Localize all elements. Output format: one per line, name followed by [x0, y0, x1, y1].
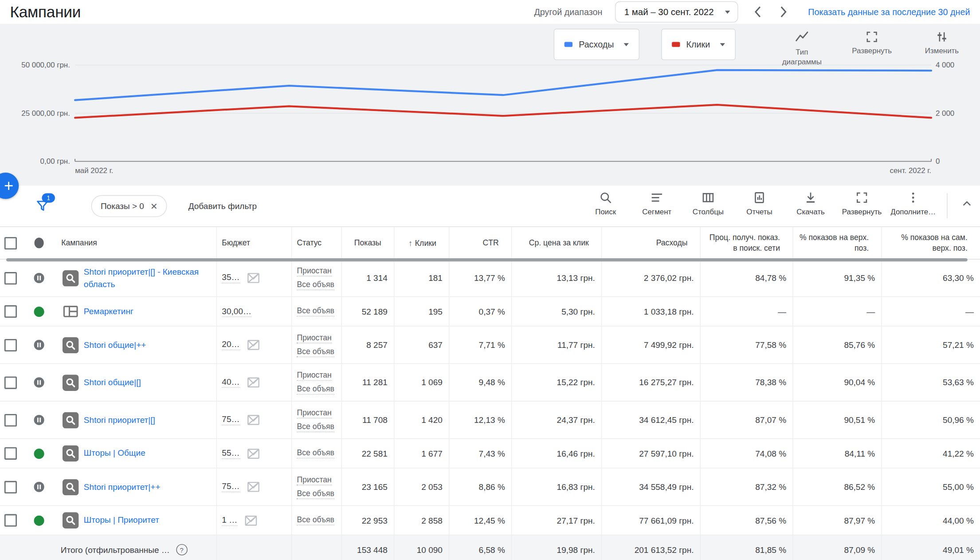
horizontal-scrollbar[interactable]	[6, 258, 968, 261]
campaign-name-link[interactable]: Shtori общие|[]	[84, 376, 141, 389]
row-checkbox[interactable]	[4, 414, 17, 426]
status-enabled-icon[interactable]	[33, 448, 44, 459]
row-checkbox[interactable]	[4, 481, 17, 493]
budget-value[interactable]: 30,00…	[222, 306, 251, 317]
chart-tool-adjust[interactable]: Изменить	[915, 30, 968, 67]
column-header-clicks[interactable]: ↑Клики	[394, 227, 449, 259]
campaign-type-search-icon	[63, 270, 79, 286]
campaign-name-link[interactable]: Шторы | Общие	[84, 447, 145, 460]
row-checkbox[interactable]	[4, 447, 17, 460]
campaign-type-search-icon	[63, 337, 79, 353]
status-paused-icon[interactable]	[33, 414, 44, 425]
column-header-top_impr_share[interactable]: % показов на верх. поз.	[792, 227, 881, 259]
impressions-value: 11 281	[362, 378, 388, 387]
table-action-дополните-[interactable]: Дополните…	[887, 191, 939, 217]
campaign-name-link[interactable]: Shtori общие|++	[84, 339, 146, 351]
budget-value[interactable]: 75…	[222, 414, 239, 425]
bid-strategy-unavailable-icon	[246, 413, 260, 427]
left-axis-tick: 0,00 грн.	[3, 157, 70, 166]
table-action-развернуть[interactable]: Развернуть	[836, 191, 888, 217]
search-icon	[599, 191, 612, 205]
campaign-status-text: Приостан	[297, 266, 331, 276]
metric-selector-clicks[interactable]: Клики	[661, 29, 736, 60]
row-checkbox[interactable]	[4, 376, 17, 389]
table-row: Shtori приоритет|++75…ПриостанВсе объяв2…	[0, 469, 980, 506]
cost-value: 2 376,02 грн.	[644, 273, 694, 283]
table-row: Shtori общие|++20…ПриостанВсе объяв8 257…	[0, 327, 980, 364]
next-range-button[interactable]	[778, 5, 788, 19]
budget-value[interactable]: 1 …	[222, 515, 237, 526]
column-header-ctr[interactable]: CTR	[449, 227, 511, 259]
budget-value[interactable]: 40…	[222, 377, 239, 388]
status-paused-icon[interactable]	[33, 339, 44, 350]
budget-value[interactable]: 35…	[222, 273, 239, 284]
column-header-label: ↑Клики	[394, 237, 443, 248]
column-header-impressions[interactable]: Показы	[341, 227, 394, 259]
table-action-поиск[interactable]: Поиск	[580, 191, 631, 217]
collapse-toolbar-button[interactable]	[960, 197, 974, 213]
row-checkbox[interactable]	[4, 514, 17, 527]
clicks-value: 637	[428, 340, 443, 350]
budget-value[interactable]: 55…	[222, 448, 239, 459]
line-chart-icon	[794, 30, 809, 45]
left-axis-tick: 50 000,00 грн.	[3, 61, 70, 70]
show-last-30-days-link[interactable]: Показать данные за последние 30 дней	[808, 7, 970, 17]
cost-value: 16 275,27 грн.	[639, 378, 694, 387]
search-impr-share-value: —	[778, 307, 786, 316]
column-header-status[interactable]: Статус	[291, 227, 341, 259]
active-filter-chip[interactable]: Показы > 0 ✕	[91, 195, 167, 217]
column-header-cost[interactable]: Расходы	[601, 227, 700, 259]
status-paused-icon[interactable]	[33, 481, 44, 492]
total-search-impr-share-value: 81,85 %	[755, 545, 786, 554]
table-action-столбцы[interactable]: Столбцы	[682, 191, 734, 217]
row-checkbox[interactable]	[4, 339, 17, 351]
cost-value: 77 661,09 грн.	[639, 516, 694, 525]
table-action-label: Отчеты	[746, 208, 772, 217]
status-paused-icon[interactable]	[33, 377, 44, 388]
column-header-campaign[interactable]: Кампания	[56, 227, 216, 259]
previous-range-button[interactable]	[753, 5, 763, 19]
campaign-name-link[interactable]: Shtori приоритет|[]	[84, 414, 155, 426]
metric-label: Расходы	[579, 39, 614, 50]
total-cpc-value: 19,98 грн.	[557, 545, 595, 554]
campaign-name-link[interactable]: Shtori приоритет|[] - Киевская область	[84, 266, 212, 290]
metric-selector-costs[interactable]: Расходы	[554, 29, 639, 60]
select-all-checkbox[interactable]	[4, 237, 17, 249]
status-enabled-icon[interactable]	[33, 515, 44, 526]
table-action-buttons: ПоискСегментСтолбцыОтчетыСкачатьРазверну…	[580, 191, 939, 217]
campaign-type-display-icon	[63, 304, 79, 320]
help-icon[interactable]: ?	[176, 544, 187, 555]
campaign-name-link[interactable]: Шторы | Приоритет	[84, 514, 159, 527]
table-action-скачать[interactable]: Скачать	[785, 191, 836, 217]
sort-ascending-icon: ↑	[408, 238, 412, 247]
date-range-picker[interactable]: 1 май – 30 сент. 2022	[615, 1, 738, 23]
remove-filter-icon[interactable]: ✕	[150, 201, 158, 211]
budget-value[interactable]: 20…	[222, 339, 239, 350]
abs-top-impr-share-value: 50,96 %	[943, 415, 974, 425]
row-checkbox[interactable]	[4, 272, 17, 284]
column-header-budget[interactable]: Бюджет	[216, 227, 291, 259]
column-header-cpc[interactable]: Ср. цена за клик	[511, 227, 601, 259]
chart-tool-fullscreen[interactable]: Развернуть	[845, 30, 899, 67]
table-action-label: Скачать	[796, 208, 824, 217]
status-paused-icon[interactable]	[33, 273, 44, 284]
column-header-search_impr_share[interactable]: Проц. получ. показ. в поиск. сети	[700, 227, 793, 259]
cost-value: 34 558,49 грн.	[639, 482, 694, 492]
status-enabled-icon[interactable]	[33, 306, 44, 317]
table-action-отчеты[interactable]: Отчеты	[734, 191, 785, 217]
campaign-name-link[interactable]: Shtori приоритет|++	[84, 481, 161, 493]
chart-tool-chart-type[interactable]: Тип диаграммы	[775, 30, 829, 67]
add-filter-button[interactable]: Добавить фильтр	[188, 201, 257, 211]
campaign-name-link[interactable]: Ремаркетинг	[84, 305, 133, 318]
search-impr-share-value: 77,58 %	[755, 340, 786, 350]
filter-toolbar: 1 Показы > 0 ✕ Добавить фильтр ПоискСегм…	[0, 186, 980, 227]
top-impr-share-value: 84,11 %	[845, 449, 875, 458]
column-header-abs_top_impr_share[interactable]: % показов на сам. верх. поз.	[881, 227, 980, 259]
row-checkbox[interactable]	[4, 305, 17, 318]
table-action-сегмент[interactable]: Сегмент	[631, 191, 683, 217]
chevron-up-icon	[960, 197, 974, 211]
reports-icon	[753, 191, 766, 205]
left-axis-tick: 25 000,00 грн.	[3, 109, 70, 118]
budget-value[interactable]: 75…	[222, 481, 239, 492]
filter-funnel-button[interactable]: 1	[35, 197, 51, 215]
